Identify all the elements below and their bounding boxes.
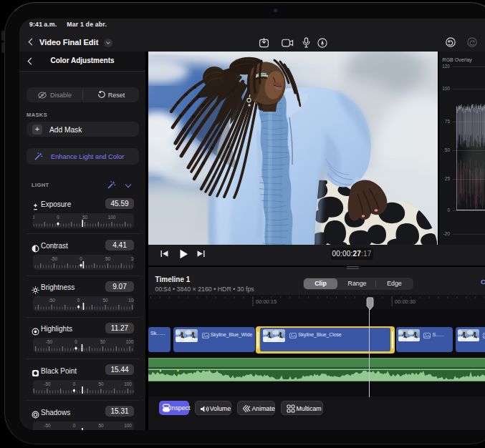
svg-text:RGB Overlay: RGB Overlay <box>443 57 473 63</box>
svg-text:100: 100 <box>126 340 134 345</box>
svg-text:-50: -50 <box>44 423 51 428</box>
svg-text:120: 120 <box>442 64 450 69</box>
svg-text:00:00:30: 00:00:30 <box>395 298 416 305</box>
svg-text:00:00:15: 00:00:15 <box>256 298 277 305</box>
svg-text:-50: -50 <box>33 215 35 220</box>
svg-text:-50: -50 <box>44 381 51 386</box>
svg-text:0: 0 <box>73 381 76 386</box>
svg-text:50: 50 <box>98 423 104 428</box>
svg-text:50: 50 <box>100 340 106 345</box>
svg-text:-20: -20 <box>443 231 451 236</box>
svg-text:100: 100 <box>128 298 134 303</box>
svg-text:50: 50 <box>445 147 451 152</box>
svg-text:25: 25 <box>445 176 451 181</box>
svg-text:50: 50 <box>105 256 111 261</box>
svg-text:50: 50 <box>103 298 109 303</box>
svg-text:0: 0 <box>57 215 59 220</box>
svg-text:100: 100 <box>131 256 134 261</box>
svg-text:0: 0 <box>75 340 77 345</box>
svg-text:50: 50 <box>98 381 104 386</box>
svg-text:-50: -50 <box>49 298 56 303</box>
svg-text:0: 0 <box>73 423 76 428</box>
svg-text:75: 75 <box>445 119 451 124</box>
svg-text:100: 100 <box>124 381 132 386</box>
svg-text:-50: -50 <box>51 256 58 261</box>
svg-text:100: 100 <box>442 86 450 91</box>
svg-text:100: 100 <box>124 423 132 428</box>
svg-text:-50: -50 <box>46 340 53 345</box>
svg-text:0: 0 <box>447 208 450 213</box>
svg-text:50: 50 <box>82 215 88 220</box>
svg-text:0: 0 <box>80 256 82 261</box>
svg-text:100: 100 <box>108 215 116 220</box>
svg-text:0: 0 <box>77 298 80 303</box>
